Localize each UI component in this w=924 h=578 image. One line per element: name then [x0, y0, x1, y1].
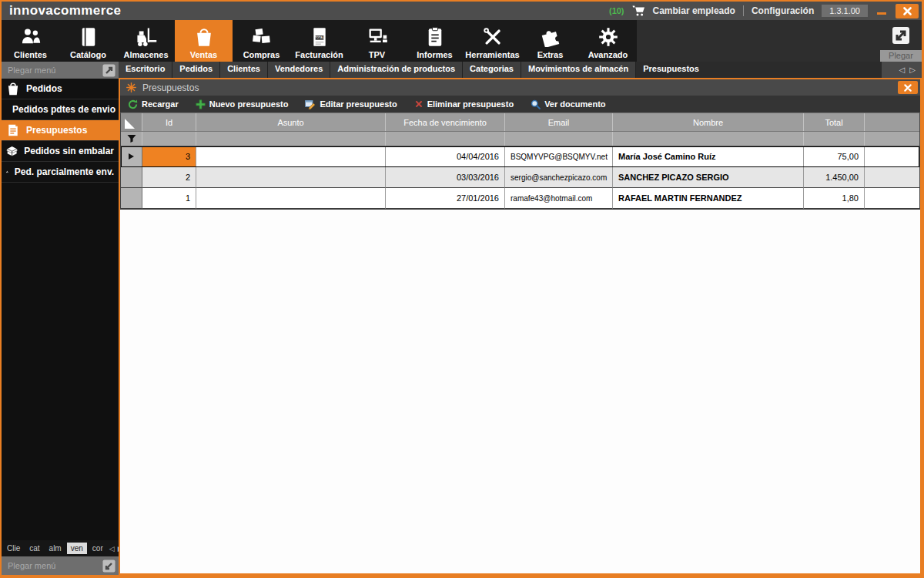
cell-extra[interactable]	[865, 188, 919, 209]
cell-total[interactable]: 1.450,00	[804, 167, 865, 188]
delete-presupuesto-button[interactable]: Eliminar presupuesto	[414, 99, 514, 109]
column-header-total[interactable]: Total	[804, 113, 865, 131]
ribbon-item-clientes[interactable]: Clientes	[2, 20, 59, 62]
column-header-email[interactable]: Email	[505, 113, 613, 131]
filter-cell[interactable]	[505, 132, 613, 146]
sidebar-item-ped-parcialmente-env[interactable]: Ped. parcialmente env.	[2, 162, 119, 183]
cell-extra[interactable]	[865, 167, 919, 188]
filter-cell[interactable]	[142, 132, 196, 146]
sidebar-item-presupuestos[interactable]: Presupuestos	[2, 120, 119, 141]
cell-extra[interactable]	[865, 146, 919, 167]
sidebar-collapse-footer[interactable]: Plegar menú	[2, 556, 119, 575]
cell-total[interactable]: 75,00	[804, 146, 865, 167]
mini-tab-almacenes[interactable]: alm	[45, 543, 65, 554]
ribbon-collapse-button[interactable]: Plegar	[880, 20, 922, 62]
tabstrip-scroll-arrows: ◁ ▷	[882, 62, 922, 78]
cell-asunto[interactable]	[196, 167, 386, 188]
filter-cell[interactable]	[386, 132, 505, 146]
ribbon-item-compras[interactable]: Compras	[233, 20, 290, 62]
app-close-button[interactable]	[896, 4, 919, 18]
tab-pedidos[interactable]: Pedidos	[172, 62, 220, 78]
reload-button[interactable]: Recargar	[128, 99, 179, 109]
mini-tab-compras[interactable]: cor	[89, 543, 107, 554]
minimize-button[interactable]	[875, 5, 888, 17]
ribbon-label: Herramientas	[465, 50, 519, 59]
ribbon-label: TPV	[369, 50, 385, 59]
tab-clientes[interactable]: Clientes	[220, 62, 268, 78]
tab-administracion-de-productos[interactable]: Administración de productos	[330, 62, 463, 78]
cell-fecha[interactable]: 03/03/2016	[386, 167, 505, 188]
ribbon-item-tpv[interactable]: TPV	[348, 20, 406, 62]
cell-nombre[interactable]: María José Camino Ruíz	[613, 146, 804, 167]
mini-tabs-left-arrow-icon[interactable]: ◁	[109, 545, 116, 553]
cell-id[interactable]: 2	[142, 167, 196, 188]
window-close-button[interactable]	[898, 81, 918, 94]
new-presupuesto-button[interactable]: Nuevo presupuesto	[196, 99, 289, 109]
tabs-scroll-right-icon[interactable]: ▷	[909, 66, 916, 74]
table-row[interactable]: 2 03/03/2016 sergio@sanchezpicazo.com SA…	[121, 167, 919, 188]
tab-presupuestos[interactable]: Presupuestos	[636, 62, 706, 78]
column-header-id[interactable]: Id	[142, 113, 196, 131]
cell-nombre[interactable]: SANCHEZ PICAZO SERGIO	[613, 167, 804, 188]
table-row[interactable]: 3 04/04/2016 BSQMYVPG@BSQMYV.net María J…	[121, 146, 919, 167]
cell-nombre[interactable]: RAFAEL MARTIN FERNANDEZ	[613, 188, 804, 209]
sidebar-item-pedidos-pdtes-envio[interactable]: Pedidos pdtes de envio	[2, 99, 119, 120]
mini-tab-catalogo[interactable]: cat	[25, 543, 43, 554]
change-employee-button[interactable]: Cambiar empleado	[653, 5, 735, 16]
ribbon-item-ventas[interactable]: Ventas	[175, 20, 233, 62]
ribbon-item-almacenes[interactable]: Almacenes	[117, 20, 175, 62]
ribbon-item-herramientas[interactable]: Herramientas	[464, 20, 521, 62]
sidebar-item-label: Presupuestos	[26, 125, 87, 136]
ribbon-item-facturacion[interactable]: TOTAL Facturación	[290, 20, 348, 62]
app-window: innovacommerce (10) Cambiar empleado Con…	[2, 2, 922, 575]
filter-funnel-cell[interactable]	[121, 132, 142, 146]
ribbon-item-catalogo[interactable]: Catálogo	[59, 20, 117, 62]
cell-fecha[interactable]: 27/01/2016	[386, 188, 505, 209]
sidebar-collapse-header[interactable]: Plegar menú	[2, 62, 119, 79]
ribbon-item-extras[interactable]: Extras	[521, 20, 579, 62]
cell-email[interactable]: BSQMYVPG@BSQMYV.net	[505, 146, 613, 167]
collapse-down-icon	[102, 560, 116, 573]
reload-label: Recargar	[142, 99, 179, 109]
filter-cell[interactable]	[865, 132, 919, 146]
tab-escritorio[interactable]: Escritorio	[119, 62, 172, 78]
extras-icon	[541, 25, 561, 49]
tab-categorias[interactable]: Categorias	[463, 62, 521, 78]
filter-cell[interactable]	[613, 132, 804, 146]
cell-id[interactable]: 3	[142, 146, 196, 167]
ribbon-item-avanzado[interactable]: Avanzado	[579, 20, 637, 62]
view-document-button[interactable]: Ver documento	[531, 99, 605, 109]
cell-total[interactable]: 1,80	[804, 188, 865, 209]
ribbon-item-informes[interactable]: Informes	[406, 20, 464, 62]
view-label: Ver documento	[544, 99, 605, 109]
filter-cell[interactable]	[196, 132, 386, 146]
cell-asunto[interactable]	[196, 146, 386, 167]
mini-tab-clientes[interactable]: Clie	[3, 543, 24, 554]
cell-id[interactable]: 1	[142, 188, 196, 209]
cell-email[interactable]: ramafe43@hotmail.com	[505, 188, 613, 209]
grid-corner-cell[interactable]	[121, 113, 142, 131]
ribbon-spacer	[637, 20, 880, 62]
presupuestos-grid: Id Asunto Fecha de vencimiento Email Nom…	[120, 113, 920, 210]
cell-fecha[interactable]: 04/04/2016	[386, 146, 505, 167]
tab-vendedores[interactable]: Vendedores	[268, 62, 330, 78]
filter-funnel-icon	[127, 134, 136, 143]
tab-movimientos-de-almacen[interactable]: Movimientos de almacén	[521, 62, 636, 78]
column-header-fecha[interactable]: Fecha de vencimiento	[386, 113, 505, 131]
cart-icon[interactable]	[632, 5, 645, 16]
tabs-scroll-left-icon[interactable]: ◁	[899, 66, 906, 74]
sidebar-item-pedidos[interactable]: Pedidos	[2, 79, 119, 99]
column-header-asunto[interactable]: Asunto	[196, 113, 386, 131]
column-header-nombre[interactable]: Nombre	[613, 113, 804, 131]
window-titlebar: Presupuestos	[120, 79, 920, 96]
settings-button[interactable]: Configuración	[752, 5, 814, 16]
sidebar-item-pedidos-sin-embalar[interactable]: Pedidos sin embalar	[2, 141, 119, 162]
filter-cell[interactable]	[804, 132, 865, 146]
cell-asunto[interactable]	[196, 188, 386, 209]
edit-presupuesto-button[interactable]: Editar presupuesto	[305, 99, 397, 109]
catalogo-icon	[79, 25, 98, 49]
sidebar-collapse-label: Plegar menú	[8, 561, 102, 570]
cell-email[interactable]: sergio@sanchezpicazo.com	[505, 167, 613, 188]
table-row[interactable]: 1 27/01/2016 ramafe43@hotmail.com RAFAEL…	[121, 188, 919, 209]
mini-tab-ventas[interactable]: ven	[67, 543, 87, 554]
